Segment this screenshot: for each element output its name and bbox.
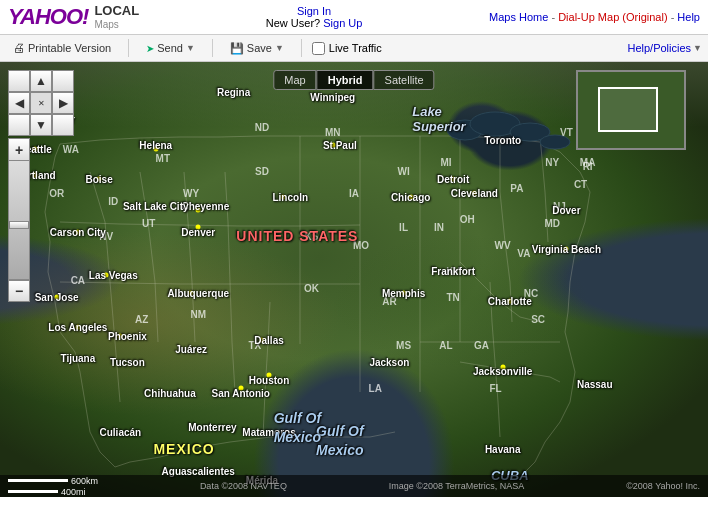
map-type-hybrid[interactable]: Hybrid [317,70,374,90]
abbr-wy: WY [183,187,199,198]
abbr-md: MD [544,217,560,228]
abbr-ms: MS [396,339,411,350]
send-icon [146,42,154,54]
city-dot-phoenix [118,334,123,339]
label-jackson: Jackson [369,357,409,368]
label-cheyenne: Cheyenne [181,200,229,211]
city-dot-sanantonio [238,386,243,391]
image-credit: Image ©2008 TerraMetrics, NASA [389,481,525,491]
logo-area: YAHOO! LOCAL Maps [8,4,139,30]
scale-mi-line: 400mi [8,487,98,497]
label-culiacan: Culiacán [100,426,142,437]
pan-right[interactable]: ▶ [52,92,74,114]
city-dot-chicago [408,194,413,199]
printable-version-button[interactable]: Printable Version [6,38,118,58]
map-type-buttons: Map Hybrid Satellite [273,70,434,90]
map-type-map[interactable]: Map [273,70,316,90]
abbr-ia: IA [349,187,359,198]
signup-link[interactable]: Sign Up [323,17,362,29]
label-nassau: Nassau [577,378,613,389]
pan-down[interactable]: ▼ [30,114,52,136]
city-dot-lincoln [281,194,286,199]
pan-down-right[interactable] [52,114,74,136]
scale-mi-label: 400mi [61,487,86,497]
city-dot-jacksonville [500,364,505,369]
abbr-ct: CT [574,178,587,189]
abbr-nd: ND [255,122,269,133]
scale-ruler-mi [8,490,58,493]
pan-down-left[interactable] [8,114,30,136]
toolbar-separator-3 [301,39,302,57]
abbr-sc: SC [531,313,545,324]
scale-km-line: 600km [8,476,98,486]
printer-icon [13,41,25,55]
city-dot-lasvegas [104,273,109,278]
map-container[interactable]: Vancouver Seattle WA Portland OR CA San … [0,62,708,497]
abbr-nj: NJ [553,200,566,211]
city-dot-memphis [401,290,406,295]
label-monterrey: Monterrey [188,422,236,433]
city-dot-saltlakecity [196,207,201,212]
label-gulfofmexico1: Gulf OfMexico [316,422,363,458]
mini-map[interactable] [576,70,686,150]
city-dot-carsoncity [75,229,80,234]
label-tijuana: Tijuana [60,352,95,363]
label-saltlakecity: Salt Lake City [123,200,189,211]
label-lasvegas: Las Vegas [89,270,138,281]
maps-home-link[interactable]: Maps Home [489,11,548,23]
abbr-sd: SD [255,165,269,176]
signin-link[interactable]: Sign In [297,5,331,17]
header: YAHOO! LOCAL Maps Sign In New User? Sign… [0,0,708,35]
label-matamoros: Matamoros [242,426,295,437]
toolbar-separator [128,39,129,57]
city-dot-helena [153,147,158,152]
city-dot-boise [97,177,102,182]
abbr-pa: PA [510,183,523,194]
pan-up-right[interactable] [52,70,74,92]
help-policies-arrow: ▼ [693,43,702,53]
label-winnipeg: Winnipeg [310,91,355,102]
local-text: LOCAL [94,4,139,18]
label-tucson: Tucson [110,357,145,368]
send-button[interactable]: Send ▼ [139,39,202,57]
label-phoenix: Phoenix [108,331,147,342]
copyright: ©2008 Yahoo! Inc. [626,481,700,491]
abbr-ny: NY [545,157,559,168]
zoom-handle[interactable] [9,221,29,229]
yahoo-text: YAHOO! [8,4,88,29]
dialup-map-link[interactable]: Dial-Up Map (Original) [558,11,667,23]
pan-up[interactable]: ▲ [30,70,52,92]
abbr-ok: OK [304,283,319,294]
abbr-in: IN [434,222,444,233]
abbr-nv: NV [99,231,113,242]
zoom-in-button[interactable]: + [8,138,30,160]
nav-links: Maps Home - Dial-Up Map (Original) - Hel… [489,11,700,23]
live-traffic-area: Live Traffic [312,42,382,55]
toolbar-separator-2 [212,39,213,57]
pan-up-left[interactable] [8,70,30,92]
abbr-mt: MT [156,152,170,163]
live-traffic-checkbox[interactable] [312,42,325,55]
abbr-ks: KS [305,231,319,242]
save-button[interactable]: Save ▼ [223,39,291,58]
help-link[interactable]: Help [677,11,700,23]
city-dot-detroit [451,177,456,182]
abbr-ga: GA [474,339,489,350]
zoom-out-button[interactable]: − [8,280,30,302]
abbr-il: IL [399,222,408,233]
city-dot-albuquerque [189,290,194,295]
abbr-id: ID [108,196,118,207]
abbr-ar: AR [382,296,396,307]
pan-center[interactable]: ✕ [30,92,52,114]
zoom-slider[interactable] [8,160,30,280]
city-dot-virginiabeach [564,247,569,252]
abbr-nc: NC [524,287,538,298]
pan-left[interactable]: ◀ [8,92,30,114]
abbr-ky: KY [446,265,460,276]
label-juarez: Juárez [175,344,207,355]
city-dot-denver [196,225,201,230]
bottom-bar: 600km 400mi Data ©2008 NAVTEQ Image ©200… [0,475,708,497]
live-traffic-label[interactable]: Live Traffic [329,42,382,54]
map-type-satellite[interactable]: Satellite [374,70,435,90]
help-policies-button[interactable]: Help/Policies ▼ [627,42,702,54]
